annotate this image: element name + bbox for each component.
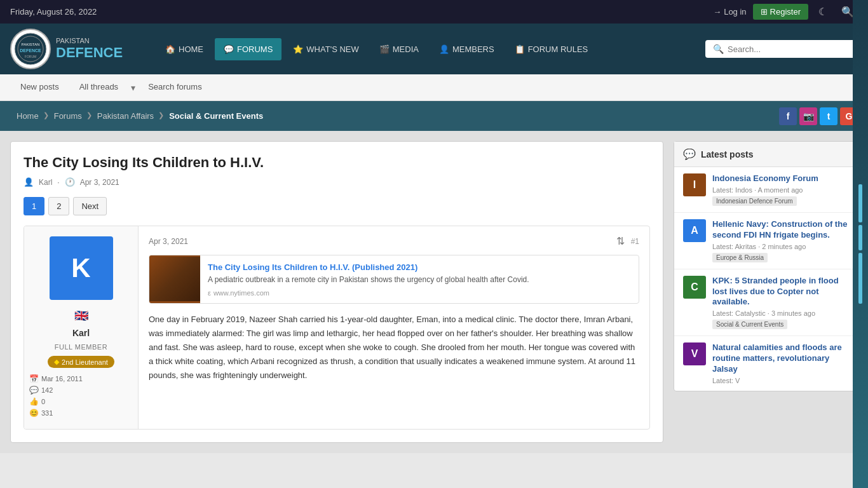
logo-area[interactable]: PAKISTAN DEFENCE FORUM PAKISTAN DEFENCE — [10, 29, 144, 69]
right-edge-decoration — [853, 0, 868, 488]
post-text: One day in February 2019, Nazeer Shah ca… — [149, 313, 639, 383]
register-button[interactable]: ⊞ Register — [753, 4, 808, 20]
sidebar-item-3: V Natural calamities and floods are rout… — [674, 336, 857, 391]
top-bar-right: → Log in ⊞ Register ☾ 🔍 — [713, 4, 858, 20]
sidebar-item-body-1: Hellenic Navy: Construction of the secon… — [712, 219, 848, 262]
search-input[interactable] — [728, 44, 850, 54]
sidebar-item-title-3[interactable]: Natural calamities and floods are routin… — [712, 342, 848, 375]
pagination: 1 2 Next — [24, 197, 650, 215]
sidebar-item-title-1[interactable]: Hellenic Navy: Construction of the secon… — [712, 219, 848, 241]
thread-meta: 👤 Karl · 🕐 Apr 3, 2021 — [24, 177, 650, 187]
joined-stat: 📅 Mar 16, 2011 — [29, 373, 133, 384]
nav-whats-new[interactable]: ⭐ WHAT'S NEW — [284, 38, 367, 60]
thread-area: The City Losing Its Children to H.I.V. 👤… — [10, 141, 663, 443]
link-preview-title[interactable]: The City Losing Its Children to H.I.V. (… — [208, 262, 417, 272]
post-date: Apr 3, 2021 — [149, 237, 188, 246]
thread-date: Apr 3, 2021 — [80, 178, 119, 187]
facebook-icon[interactable]: f — [779, 107, 797, 125]
date-label: Friday, August 26, 2022 — [10, 7, 97, 17]
post-user-sidebar: K 🇬🇧 Karl FULL MEMBER 2nd Lieutenant 📅 M… — [24, 226, 139, 429]
subnav-new-posts[interactable]: New posts — [10, 74, 69, 100]
user-stats: 📅 Mar 16, 2011 💬 142 👍 0 😊 331 — [29, 373, 133, 419]
search-area[interactable]: 🔍 — [705, 40, 858, 58]
sidebar-avatar-3: V — [683, 342, 706, 365]
breadcrumb-forums[interactable]: Forums — [48, 107, 91, 125]
login-icon: → — [713, 7, 721, 17]
edge-bar-3 — [858, 253, 862, 304]
messages-stat: 💬 142 — [29, 384, 133, 396]
page-2-button[interactable]: 2 — [48, 197, 69, 215]
svg-text:FORUM: FORUM — [25, 55, 36, 58]
nav-forum-rules[interactable]: 📋 FORUM RULES — [506, 38, 597, 60]
sidebar-item-meta-2: Latest: Catalystic · 3 minutes ago — [712, 309, 848, 317]
instagram-icon[interactable]: 📷 — [799, 107, 817, 125]
subnav-search-forums[interactable]: Search forums — [138, 74, 212, 100]
link-preview-image — [149, 255, 200, 303]
thread-title: The City Losing Its Children to H.I.V. — [24, 154, 650, 171]
breadcrumb-home[interactable]: Home — [10, 107, 48, 125]
avatar: K — [50, 236, 113, 300]
date-icon: 🕐 — [65, 177, 75, 187]
sidebar-section-latest-posts: 💬 Latest posts I Indonesia Economy Forum… — [674, 141, 858, 391]
subnav-all-threads[interactable]: All threads — [69, 74, 128, 100]
post-number: #1 — [631, 237, 639, 246]
post-header: Apr 3, 2021 ⇅ #1 — [149, 235, 639, 247]
main-layout: The City Losing Its Children to H.I.V. 👤… — [0, 131, 868, 453]
theme-toggle-button[interactable]: ☾ — [815, 4, 831, 19]
thread-author[interactable]: Karl — [39, 178, 52, 187]
nav-media[interactable]: 🎬 MEDIA — [370, 38, 428, 60]
sidebar-item-tag-2: Social & Current Events — [712, 320, 787, 329]
message-icon: 💬 — [29, 386, 39, 395]
page-1-button[interactable]: 1 — [24, 197, 44, 215]
latest-posts-icon: 💬 — [683, 148, 696, 160]
social-icons: f 📷 t G — [779, 107, 858, 125]
sidebar-item-meta-1: Latest: Akritas · 2 minutes ago — [712, 243, 848, 250]
breadcrumb-social-current-events[interactable]: Social & Current Events — [163, 107, 272, 125]
source-icon: ε — [208, 289, 211, 297]
sidebar-item-meta-3: Latest: V — [712, 377, 848, 384]
breadcrumb: Home Forums Pakistan Affairs Social & Cu… — [10, 101, 272, 131]
sidebar-item-tag-1: Europe & Russia — [712, 253, 768, 262]
user-flag: 🇬🇧 — [74, 309, 88, 323]
link-preview: The City Losing Its Children to H.I.V. (… — [149, 255, 639, 304]
login-button[interactable]: → Log in — [713, 7, 746, 17]
breadcrumb-bar: Home Forums Pakistan Affairs Social & Cu… — [0, 101, 868, 131]
sidebar-header: 💬 Latest posts — [674, 142, 857, 167]
forum-rules-icon: 📋 — [515, 44, 525, 54]
top-bar: Friday, August 26, 2022 → Log in ⊞ Regis… — [0, 0, 868, 24]
search-icon: 🔍 — [713, 44, 724, 54]
nav-forums[interactable]: 💬 FORUMS — [215, 38, 281, 60]
sidebar-item-1: A Hellenic Navy: Construction of the sec… — [674, 213, 857, 269]
username[interactable]: Karl — [72, 328, 90, 338]
author-icon: 👤 — [24, 177, 34, 187]
sidebar-item-0: I Indonesia Economy Forum Latest: Indos … — [674, 167, 857, 213]
rank-badge: 2nd Lieutenant — [48, 356, 114, 368]
post-container: K 🇬🇧 Karl FULL MEMBER 2nd Lieutenant 📅 M… — [24, 226, 650, 430]
sidebar-item-body-3: Natural calamities and floods are routin… — [712, 342, 848, 384]
sidebar-item-title-2[interactable]: KPK: 5 Stranded people in flood lost liv… — [712, 276, 848, 308]
reactions-stat: 😊 331 — [29, 407, 133, 419]
sub-nav: New posts All threads ▾ Search forums — [0, 74, 868, 101]
next-page-button[interactable]: Next — [73, 197, 107, 215]
post-content-area: Apr 3, 2021 ⇅ #1 The City Losing Its Chi… — [139, 226, 649, 429]
svg-text:DEFENCE: DEFENCE — [20, 48, 41, 53]
link-preview-source: ε www.nytimes.com — [208, 289, 631, 297]
whats-new-icon: ⭐ — [293, 44, 303, 54]
main-nav: 🏠 HOME 💬 FORUMS ⭐ WHAT'S NEW 🎬 MEDIA 👤 M… — [156, 38, 693, 60]
breadcrumb-pakistan-affairs[interactable]: Pakistan Affairs — [91, 107, 163, 125]
like-icon: 👍 — [29, 397, 39, 406]
nav-members[interactable]: 👤 MEMBERS — [430, 38, 503, 60]
edge-bar-1 — [858, 184, 862, 222]
subnav-dropdown-arrow[interactable]: ▾ — [128, 78, 138, 98]
sidebar-item-tag-0: Indonesian Defence Forum — [712, 196, 797, 206]
twitter-icon[interactable]: t — [820, 107, 837, 125]
register-icon: ⊞ — [761, 7, 768, 17]
likes-stat: 👍 0 — [29, 396, 133, 407]
sidebar-item-title-0[interactable]: Indonesia Economy Forum — [712, 173, 848, 184]
edge-bar-2 — [858, 225, 862, 250]
link-preview-body: The City Losing Its Children to H.I.V. (… — [200, 255, 639, 303]
nav-home[interactable]: 🏠 HOME — [156, 38, 212, 60]
reaction-icon: 😊 — [29, 409, 39, 417]
post-actions: ⇅ #1 — [616, 235, 639, 247]
share-button[interactable]: ⇅ — [616, 235, 625, 247]
